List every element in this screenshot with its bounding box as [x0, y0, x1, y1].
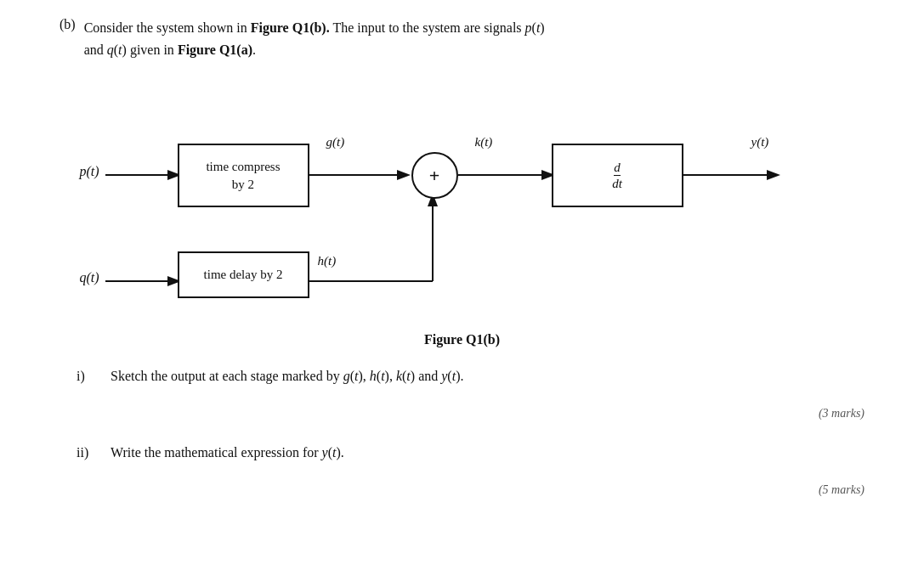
diagram-container: p(t) q(t) time compress by 2 time delay … — [80, 86, 845, 324]
question-ii-wrapper: ii) Write the mathematical expression fo… — [77, 441, 898, 500]
label-k: k(t) — [475, 135, 493, 150]
header-bold-figure2: Figure Q1(a) — [178, 42, 252, 57]
header-text: Consider the system shown in Figure Q1(b… — [84, 17, 545, 60]
block-time-delay: time delay by 2 — [178, 251, 309, 298]
question-i: i) Sketch the output at each stage marke… — [77, 364, 898, 389]
label-g: g(t) — [326, 135, 345, 150]
summing-symbol: + — [429, 165, 440, 187]
label-h: h(t) — [318, 254, 337, 268]
question-i-num: i) — [77, 364, 102, 389]
score-i: (3 marks) — [77, 403, 898, 424]
block-ddt: d dt — [552, 144, 683, 207]
signal-p-label: p(t) — [80, 164, 99, 179]
header-text-before-bold: Consider the system shown in — [84, 20, 251, 35]
header-text-signals: The input to the system are signals p(t) — [330, 20, 545, 35]
summing-junction: + — [411, 152, 458, 199]
question-i-text: Sketch the output at each stage marked b… — [111, 364, 463, 389]
block-delay-text: time delay by 2 — [204, 266, 283, 284]
questions-section: i) Sketch the output at each stage marke… — [26, 364, 898, 500]
header-section: (b) Consider the system shown in Figure … — [26, 17, 898, 60]
label-y: y(t) — [751, 135, 769, 150]
part-label: (b) — [60, 17, 76, 60]
ddt-numerator: d — [614, 161, 621, 177]
block-time-compress: time compress by 2 — [178, 144, 309, 207]
block-compress-text: time compress by 2 — [206, 158, 280, 194]
page-content: (b) Consider the system shown in Figure … — [26, 17, 898, 500]
ddt-denominator: dt — [612, 176, 622, 191]
signal-q-label: q(t) — [80, 270, 99, 285]
header-text-and: and q(t) given in — [84, 42, 178, 57]
question-ii-text: Write the mathematical expression for y(… — [111, 441, 344, 466]
header-text-period: . — [252, 42, 256, 57]
figure-caption: Figure Q1(b) — [26, 332, 898, 347]
question-ii: ii) Write the mathematical expression fo… — [77, 441, 898, 466]
fraction-ddt: d dt — [612, 161, 622, 191]
question-ii-num: ii) — [77, 441, 102, 466]
header-bold-figure: Figure Q1(b). — [251, 20, 330, 35]
score-ii: (5 marks) — [77, 479, 898, 500]
